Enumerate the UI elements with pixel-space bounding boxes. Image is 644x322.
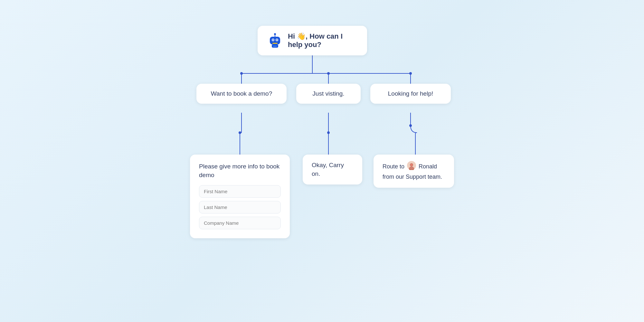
card-help[interactable]: Looking for help! [370, 84, 451, 104]
help-bend [411, 126, 417, 133]
root-greeting: Hi 👋, How can I help you? [288, 32, 358, 49]
route-text: Route to Ronald from our Support team. [383, 161, 445, 181]
card-visiting[interactable]: Just visting. [296, 84, 361, 104]
agent-avatar-svg [407, 161, 416, 170]
visiting-text: Just visting. [305, 90, 352, 97]
svg-point-3 [272, 39, 274, 41]
okay-text: Okay, Carry on. [312, 161, 353, 178]
dot-route [409, 124, 412, 127]
svg-point-14 [409, 166, 414, 170]
company-name-input[interactable] [199, 217, 281, 229]
dot-visiting [327, 72, 330, 75]
root-card: Hi 👋, How can I help you? [258, 26, 367, 55]
dot-help [409, 72, 412, 75]
dot-form [239, 131, 241, 134]
flow-container: Hi 👋, How can I help you? Want to book a… [177, 19, 467, 303]
demo-text: Want to book a demo? [205, 90, 278, 97]
robot-icon [267, 32, 283, 49]
agent-avatar [407, 161, 416, 173]
card-demo[interactable]: Want to book a demo? [196, 84, 287, 104]
svg-rect-5 [272, 43, 278, 44]
form-title: Please give more info to book demo [199, 162, 281, 179]
svg-point-13 [410, 164, 413, 166]
svg-point-4 [276, 39, 278, 41]
dot-okay [327, 131, 330, 134]
first-name-input[interactable] [199, 185, 281, 198]
card-route[interactable]: Route to Ronald from our Support team. [374, 155, 454, 188]
card-form: Please give more info to book demo [190, 155, 290, 238]
last-name-input[interactable] [199, 201, 281, 213]
svg-point-7 [274, 33, 276, 35]
card-okay[interactable]: Okay, Carry on. [303, 155, 362, 185]
svg-rect-9 [273, 46, 277, 47]
dot-demo [240, 72, 243, 75]
help-text: Looking for help! [379, 90, 442, 97]
